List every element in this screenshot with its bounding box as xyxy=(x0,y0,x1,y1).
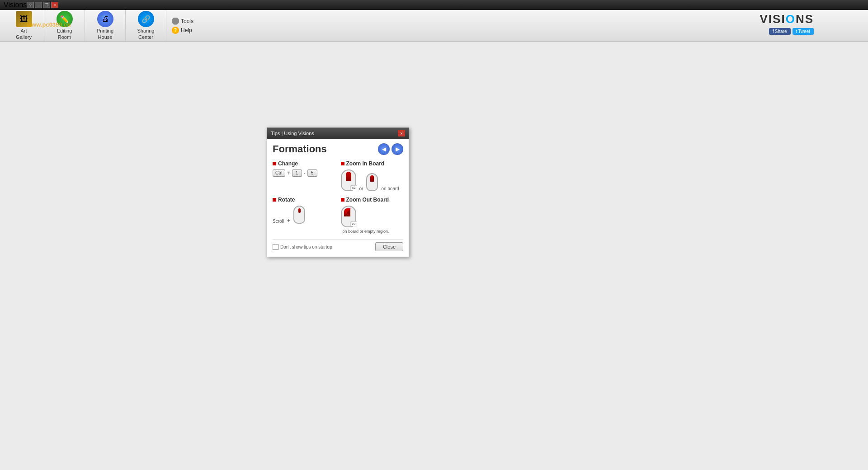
tools-menu-item[interactable]: Tools xyxy=(172,18,193,25)
logo-social: f Share t Tweet xyxy=(769,28,814,35)
help-menu-item[interactable]: ? Help xyxy=(172,27,193,34)
help-button[interactable]: ? xyxy=(27,2,34,8)
dialog-close-btn[interactable]: Close xyxy=(375,242,403,251)
key-5: 5 xyxy=(307,169,317,177)
change-bullet xyxy=(273,162,276,165)
tip-rotate: Rotate Scroll + xyxy=(273,197,335,234)
printing-house-icon: 🖨 xyxy=(97,11,113,27)
restore-button[interactable]: ❐ xyxy=(43,2,50,8)
dialog-title: Tips | Using Visions xyxy=(271,131,314,136)
zoom-out-dial-container: x2 xyxy=(341,206,356,227)
tools-icon xyxy=(172,18,179,25)
zoom-in-indicator xyxy=(346,172,351,181)
zoom-in-dial-container: x2 xyxy=(341,169,356,191)
mouse-scroll-wheel xyxy=(298,208,301,213)
menu-group: Tools ? Help xyxy=(166,16,199,36)
visions-logo: VISIONS f Share t Tweet xyxy=(760,12,814,35)
rotate-bullet xyxy=(273,198,276,202)
tip-zoom-in: Zoom In Board x2 or xyxy=(341,160,404,191)
rotate-mouse-icon xyxy=(293,206,305,224)
titlebar-controls: ? _ ❐ × xyxy=(27,2,58,8)
ctrl-key: Ctrl xyxy=(273,169,285,177)
main-area: Tips | Using Visions × Formations ◀ ▶ xyxy=(0,42,868,470)
change-visual: Ctrl + 1 - 5 xyxy=(273,169,335,177)
logo-text: VISIONS xyxy=(760,12,814,26)
help-icon: ? xyxy=(172,27,179,34)
nav-arrows: ◀ ▶ xyxy=(378,143,403,155)
rotate-visual: Scroll + xyxy=(273,206,335,224)
zoom-out-bullet xyxy=(341,198,344,202)
dialog-header: Formations ◀ ▶ xyxy=(273,143,403,155)
minimize-button[interactable]: _ xyxy=(35,2,42,8)
sharing-center-icon: 🔗 xyxy=(138,11,154,27)
dont-show-label[interactable]: Don't show tips on startup xyxy=(273,244,332,250)
zoom-in-visual: x2 or on board xyxy=(341,169,404,191)
zoom-out-indicator xyxy=(344,208,350,216)
facebook-share-button[interactable]: f Share xyxy=(769,28,790,35)
tips-grid: Change Ctrl + 1 - 5 Zoom In Board xyxy=(273,160,403,234)
prev-tip-button[interactable]: ◀ xyxy=(378,143,390,155)
tips-dialog: Tips | Using Visions × Formations ◀ ▶ xyxy=(267,127,409,257)
titlebar: Visions ? _ ❐ × xyxy=(0,0,868,10)
toolbar: www.pc0359.cn 🖼 Art Gallery ✏️ Editing R… xyxy=(0,10,868,42)
zoom-in-dial2-container xyxy=(366,173,378,191)
dialog-heading: Formations xyxy=(273,143,327,155)
dial2-indicator xyxy=(370,175,374,182)
zoom-out-visual: x2 on board or empty region. xyxy=(341,206,404,234)
key-1: 1 xyxy=(292,169,302,177)
tip-zoom-out: Zoom Out Board x2 on board or empty regi… xyxy=(341,197,404,234)
dont-show-checkbox[interactable] xyxy=(273,244,278,250)
sidebar-item-sharing-center[interactable]: 🔗 Sharing Center xyxy=(126,10,166,41)
zoom-in-dial2 xyxy=(366,173,378,191)
dialog-footer: Don't show tips on startup Close xyxy=(273,239,403,252)
dialog-titlebar: Tips | Using Visions × xyxy=(267,128,409,139)
dialog-close-button[interactable]: × xyxy=(398,130,405,136)
titlebar-title: Visions xyxy=(4,1,27,9)
close-app-button[interactable]: × xyxy=(51,2,58,8)
next-tip-button[interactable]: ▶ xyxy=(392,143,403,155)
tip-change: Change Ctrl + 1 - 5 xyxy=(273,160,335,191)
dialog-content: Formations ◀ ▶ Change xyxy=(267,139,409,257)
sidebar-item-printing-house[interactable]: 🖨 Printing House xyxy=(85,10,126,41)
twitter-tweet-button[interactable]: t Tweet xyxy=(793,28,814,35)
zoom-in-bullet xyxy=(341,162,344,165)
watermark: www.pc0359.cn xyxy=(27,21,71,28)
